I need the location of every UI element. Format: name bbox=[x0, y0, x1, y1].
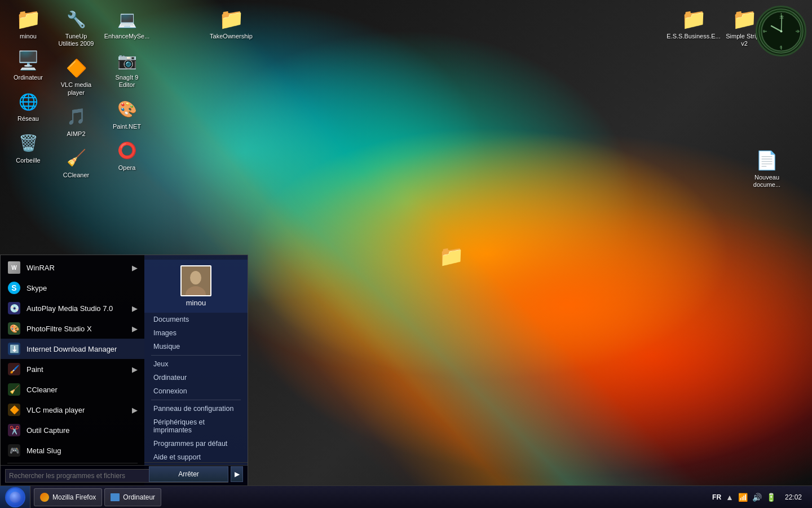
menu-item-autoplay[interactable]: 💿 AutoPlay Media Studio 7.0 ▶ bbox=[1, 298, 144, 318]
tuneup-icon: 🔧 bbox=[65, 8, 87, 30]
menu-separator bbox=[7, 463, 138, 463]
ccleaner-icon: 🧹 bbox=[65, 147, 87, 169]
battery-icon: 🔋 bbox=[766, 493, 776, 502]
shutdown-button[interactable]: Arrêter bbox=[149, 466, 228, 482]
folder-icon: 📁 bbox=[220, 8, 242, 30]
menu-item-label: PhotoFiltre Studio X bbox=[27, 325, 92, 333]
idm-icon: ⬇️ bbox=[7, 342, 21, 356]
taskbar-clock[interactable]: 22:02 bbox=[780, 493, 806, 501]
menu-item-metal-slug[interactable]: 🎮 Metal Slug bbox=[1, 440, 144, 461]
right-menu-ordinateur[interactable]: Ordinateur bbox=[144, 371, 248, 384]
network-icon: 🌐 bbox=[17, 90, 39, 113]
icon-label: Réseau bbox=[17, 115, 39, 122]
desktop-icon-enhancemyse[interactable]: 💻 EnhanceMySe... bbox=[104, 6, 149, 42]
document-icon: 📄 bbox=[756, 149, 778, 172]
menu-item-idm[interactable]: ⬇️ Internet Download Manager bbox=[1, 339, 144, 359]
volume-icon[interactable]: 🔊 bbox=[752, 493, 762, 502]
icon-label: minou bbox=[20, 33, 37, 40]
icon-label: Ordinateur bbox=[14, 74, 43, 81]
icon-label: Nouveau docume... bbox=[747, 174, 787, 189]
start-menu-right-panel: minou Documents Images Musique Jeux Ordi… bbox=[144, 255, 248, 485]
user-name: minou bbox=[186, 299, 206, 307]
desktop-icon-tuneup[interactable]: 🔧 TuneUp Utilities 2009 bbox=[54, 6, 99, 50]
shutdown-area: Arrêter ▶ bbox=[144, 462, 248, 485]
right-menu-connexion[interactable]: Connexion bbox=[144, 384, 248, 398]
right-menu-peripheriques[interactable]: Périphériques et imprimantes bbox=[144, 415, 248, 437]
icon-label: AIMP2 bbox=[67, 130, 85, 138]
desktop-icon-snagit[interactable]: 📷 SnagIt 9 Editor bbox=[104, 47, 149, 91]
desktop-icon-ordinateur[interactable]: 🖥️ Ordinateur bbox=[6, 47, 51, 84]
paintnet-icon: 🎨 bbox=[116, 98, 138, 121]
right-menu-programmes[interactable]: Programmes par défaut bbox=[144, 437, 248, 450]
desktop-icon-takeownership[interactable]: 📁 TakeOwnership bbox=[209, 6, 254, 47]
menu-item-winrar[interactable]: W WinRAR ▶ bbox=[1, 257, 144, 278]
firefox-icon bbox=[40, 493, 49, 502]
top-right-desktop-icons: 📁 E.S.S.Business.E... 📁 Simple Stripe v2 bbox=[671, 6, 767, 54]
right-menu-jeux[interactable]: Jeux bbox=[144, 357, 248, 371]
desktop-icon-vlc[interactable]: 🔶 VLC media player bbox=[54, 54, 99, 98]
menu-item-skype[interactable]: S Skype bbox=[1, 278, 144, 298]
menu-item-vlc[interactable]: 🔶 VLC media player ▶ bbox=[1, 400, 144, 420]
menu-item-label: Skype bbox=[27, 284, 47, 292]
menu-item-label: Outil Capture bbox=[27, 426, 70, 435]
start-button[interactable] bbox=[0, 486, 30, 509]
trash-icon: 🗑️ bbox=[17, 132, 39, 155]
enhancemyse-icon: 💻 bbox=[116, 8, 138, 30]
icon-label: Paint.NET bbox=[113, 123, 141, 130]
skype-app-icon: S bbox=[7, 281, 21, 295]
game-icon: 🎮 bbox=[7, 444, 21, 457]
desktop-icons-col1: 📁 minou 🖥️ Ordinateur 🌐 Réseau 🗑️ Corbei… bbox=[6, 6, 51, 171]
right-menu-documents[interactable]: Documents bbox=[144, 313, 248, 326]
desktop-icon-paintnet[interactable]: 🎨 Paint.NET bbox=[104, 96, 149, 133]
arrow-icon: ▶ bbox=[132, 264, 138, 272]
computer-icon bbox=[111, 493, 120, 501]
taskbar-item-ordinateur[interactable]: Ordinateur bbox=[104, 488, 161, 506]
desktop-icon-ccleaner[interactable]: 🧹 CCleaner bbox=[54, 144, 99, 181]
icon-label: CCleaner bbox=[63, 172, 89, 179]
item-label: Musique bbox=[153, 343, 180, 351]
right-menu-images[interactable]: Images bbox=[144, 326, 248, 340]
menu-item-label: WinRAR bbox=[27, 264, 55, 272]
arrow-icon: ▶ bbox=[132, 406, 138, 414]
icon-label: SnagIt 9 Editor bbox=[107, 74, 147, 89]
arrow-icon: ▶ bbox=[132, 325, 138, 333]
right-menu-panneau[interactable]: Panneau de configuration bbox=[144, 402, 248, 415]
svg-point-11 bbox=[780, 30, 782, 32]
folder-icon: 📁 bbox=[682, 8, 705, 30]
desktop-icon-corbeille[interactable]: 🗑️ Corbeille bbox=[6, 130, 51, 167]
desktop-icon-opera[interactable]: ⭕ Opera bbox=[104, 137, 149, 174]
icon-label: E.S.S.Business.E... bbox=[667, 33, 720, 40]
icon-label: TuneUp Utilities 2009 bbox=[56, 33, 96, 47]
user-profile: minou bbox=[144, 260, 248, 313]
arrow-icon: ▶ bbox=[132, 304, 138, 313]
item-label: Connexion bbox=[153, 387, 187, 395]
right-separator-1 bbox=[151, 355, 241, 356]
folder-icon: 📁 bbox=[733, 8, 756, 30]
desktop-icon-new-doc[interactable]: 📄 Nouveau docume... bbox=[744, 147, 789, 195]
desktop-icon-ess[interactable]: 📁 E.S.S.Business.E... bbox=[671, 6, 716, 50]
right-separator-2 bbox=[151, 400, 241, 400]
shutdown-label: Arrêter bbox=[178, 470, 199, 478]
arrow-up-icon[interactable]: ▲ bbox=[726, 493, 734, 502]
item-label: Programmes par défaut bbox=[153, 440, 227, 448]
desktop-icon-aimp2[interactable]: 🎵 AIMP2 bbox=[54, 103, 99, 140]
menu-item-label: Internet Download Manager bbox=[27, 345, 117, 353]
menu-item-ccleaner[interactable]: 🧹 CCleaner bbox=[1, 379, 144, 400]
desktop-icon-minou[interactable]: 📁 minou bbox=[6, 6, 51, 42]
item-label: Ordinateur bbox=[153, 374, 187, 382]
desktop-icon-folder-mid[interactable]: 📁 bbox=[429, 243, 474, 277]
menu-item-photofiltre[interactable]: 🎨 PhotoFiltre Studio X ▶ bbox=[1, 318, 144, 339]
menu-item-outil-capture[interactable]: ✂️ Outil Capture bbox=[1, 420, 144, 440]
taskbar: Mozilla Firefox Ordinateur FR ▲ 📶 🔊 🔋 22… bbox=[0, 485, 812, 508]
right-menu-musique[interactable]: Musique bbox=[144, 340, 248, 353]
shutdown-arrow-button[interactable]: ▶ bbox=[231, 466, 243, 482]
opera-icon: ⭕ bbox=[116, 139, 138, 162]
menu-item-paint[interactable]: 🖌️ Paint ▶ bbox=[1, 359, 144, 379]
taskbar-item-firefox[interactable]: Mozilla Firefox bbox=[34, 488, 102, 506]
user-avatar[interactable] bbox=[180, 265, 211, 296]
desktop-icon-reseau[interactable]: 🌐 Réseau bbox=[6, 88, 51, 125]
start-orb-inner bbox=[10, 492, 21, 503]
start-menu: W WinRAR ▶ S Skype 💿 AutoPlay Media Stud… bbox=[0, 255, 248, 485]
aimp-icon: 🎵 bbox=[65, 106, 87, 128]
item-label: Jeux bbox=[153, 360, 168, 368]
